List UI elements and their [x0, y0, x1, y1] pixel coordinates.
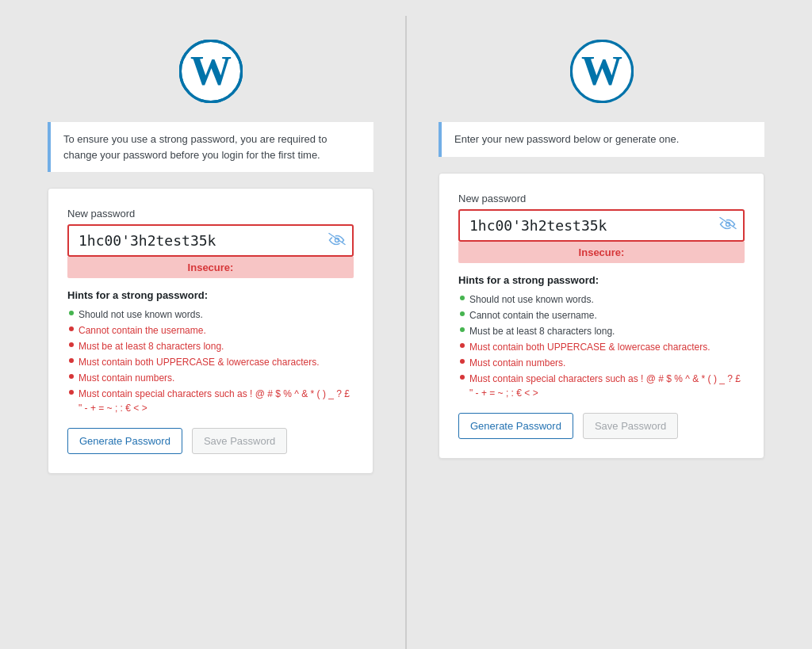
hint-dot-icon — [69, 390, 74, 395]
right-panel: W Enter your new password below or gener… — [407, 16, 796, 649]
hint-text: Must be at least 8 characters long. — [469, 324, 615, 338]
svg-point-6 — [726, 223, 730, 227]
list-item: Must contain special characters such as … — [458, 372, 745, 400]
hint-dot-icon — [460, 327, 465, 332]
left-password-wrap — [67, 224, 354, 257]
hint-dot-icon — [460, 311, 465, 316]
right-hints-list: Should not use known words. Cannot conta… — [458, 292, 745, 400]
wordpress-logo-right: W — [570, 40, 634, 103]
left-card: New password Insecure: Hints for a stron… — [48, 188, 373, 474]
hint-dot-icon — [69, 326, 74, 331]
left-hints-list: Should not use known words. Cannot conta… — [67, 307, 354, 415]
left-info-box: To ensure you use a strong password, you… — [48, 122, 373, 172]
hint-text: Must contain both UPPERCASE & lowercase … — [469, 340, 710, 354]
hint-dot-icon — [460, 343, 465, 348]
list-item: Must be at least 8 characters long. — [67, 339, 354, 353]
wordpress-logo-left: W — [179, 40, 243, 103]
page-wrapper: W To ensure you use a strong password, y… — [16, 16, 796, 649]
left-password-input[interactable] — [67, 224, 354, 257]
hint-text: Cannot contain the username. — [469, 308, 597, 323]
left-buttons-row: Generate Password Save Password — [67, 428, 354, 454]
right-info-box: Enter your new password below or generat… — [439, 122, 764, 157]
right-insecure-badge: Insecure: — [458, 242, 745, 263]
list-item: Must contain special characters such as … — [67, 387, 354, 415]
left-eye-icon[interactable] — [328, 232, 346, 249]
hint-dot-icon — [460, 375, 465, 380]
right-buttons-row: Generate Password Save Password — [458, 413, 745, 439]
list-item: Cannot contain the username. — [458, 308, 745, 323]
svg-point-3 — [335, 238, 339, 242]
left-info-text: To ensure you use a strong password, you… — [63, 133, 327, 161]
right-card: New password Insecure: Hints for a stron… — [439, 173, 764, 459]
hint-text: Must be at least 8 characters long. — [79, 339, 224, 353]
left-field-label: New password — [67, 208, 354, 220]
right-eye-icon[interactable] — [719, 217, 737, 234]
svg-text:W: W — [581, 48, 622, 94]
hint-text: Must contain numbers. — [469, 356, 565, 370]
hint-dot-icon — [69, 358, 74, 363]
right-password-wrap — [458, 209, 745, 242]
hint-text: Should not use known words. — [79, 307, 203, 322]
hint-text: Must contain special characters such as … — [469, 372, 745, 400]
hint-dot-icon — [460, 359, 465, 364]
list-item: Should not use known words. — [458, 292, 745, 307]
hint-text: Should not use known words. — [469, 292, 594, 307]
list-item: Should not use known words. — [67, 307, 354, 322]
hint-dot-icon — [69, 342, 74, 347]
list-item: Must contain both UPPERCASE & lowercase … — [67, 355, 354, 369]
list-item: Must be at least 8 characters long. — [458, 324, 745, 338]
right-hints-title: Hints for a strong password: — [458, 274, 745, 286]
list-item: Must contain numbers. — [458, 356, 745, 370]
right-info-text: Enter your new password below or generat… — [454, 133, 679, 145]
hint-text: Cannot contain the username. — [79, 323, 206, 338]
left-hints-title: Hints for a strong password: — [67, 289, 354, 301]
hint-text: Must contain numbers. — [79, 371, 174, 385]
hint-dot-icon — [69, 374, 74, 379]
hint-text: Must contain special characters such as … — [79, 387, 354, 415]
hint-text: Must contain both UPPERCASE & lowercase … — [79, 355, 319, 369]
left-generate-button[interactable]: Generate Password — [67, 428, 182, 454]
right-field-label: New password — [458, 193, 745, 204]
left-panel: W To ensure you use a strong password, y… — [16, 16, 405, 649]
list-item: Must contain numbers. — [67, 371, 354, 385]
left-insecure-badge: Insecure: — [67, 257, 354, 278]
hint-dot-icon — [69, 311, 74, 315]
right-save-button[interactable]: Save Password — [583, 413, 678, 439]
list-item: Cannot contain the username. — [67, 323, 354, 338]
svg-text:W: W — [190, 48, 232, 94]
left-save-button[interactable]: Save Password — [192, 428, 287, 454]
hint-dot-icon — [460, 296, 465, 300]
list-item: Must contain both UPPERCASE & lowercase … — [458, 340, 745, 354]
right-generate-button[interactable]: Generate Password — [458, 413, 573, 439]
right-password-input[interactable] — [458, 209, 745, 242]
